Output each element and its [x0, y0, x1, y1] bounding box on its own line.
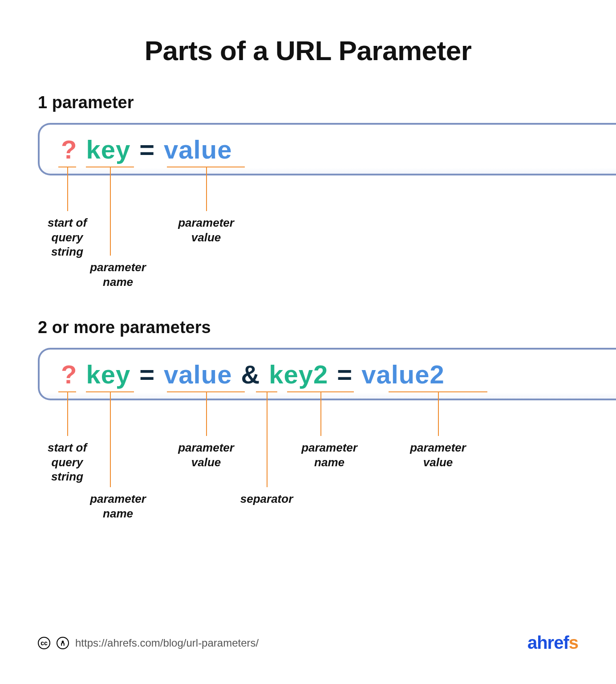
page-title: Parts of a URL Parameter	[0, 35, 616, 66]
token-value: value	[164, 359, 232, 389]
token-key2: key2	[269, 359, 328, 389]
url-bar-1: ? key = value	[38, 123, 616, 175]
callout-start-query: start ofquerystring	[48, 440, 87, 484]
callout-line	[206, 167, 207, 211]
callout-param-value: parametervalue	[178, 440, 234, 469]
callout-line	[267, 391, 267, 487]
callout-line	[67, 391, 68, 436]
token-key: key	[86, 359, 130, 389]
cc-icon: cc	[38, 637, 50, 649]
callout-param-name: parametername	[90, 492, 146, 521]
footer-url: https://ahrefs.com/blog/url-parameters/	[75, 637, 259, 649]
callout-param-value: parametervalue	[178, 216, 234, 244]
callouts-2: start ofquerystring parametername parame…	[38, 400, 616, 534]
callout-line	[110, 391, 111, 487]
callout-param-name: parametername	[90, 260, 146, 289]
token-value2: value2	[361, 359, 445, 389]
token-key: key	[86, 134, 130, 164]
callout-line	[320, 391, 321, 436]
callout-line	[110, 167, 111, 256]
footer: cc https://ahrefs.com/blog/url-parameter…	[38, 633, 578, 653]
token-equals: =	[139, 359, 155, 389]
token-ampersand: &	[241, 359, 260, 389]
ahrefs-logo: ahrefs	[527, 633, 578, 653]
section1-label: 1 parameter	[38, 93, 616, 112]
section2-label: 2 or more parameters	[38, 318, 616, 337]
callout-param-value2: parametervalue	[410, 440, 466, 469]
callout-line	[67, 167, 68, 211]
token-question: ?	[61, 359, 77, 389]
callout-line	[438, 391, 439, 436]
callouts-1: start ofquerystring parametername parame…	[38, 175, 616, 300]
token-equals2: =	[337, 359, 353, 389]
token-question: ?	[61, 134, 77, 164]
callout-line	[206, 391, 207, 436]
callout-start-query: start ofquerystring	[48, 216, 87, 259]
footer-left: cc https://ahrefs.com/blog/url-parameter…	[38, 637, 259, 649]
attribution-icon	[57, 637, 69, 649]
token-value: value	[164, 134, 232, 164]
token-equals: =	[139, 134, 155, 164]
callout-separator: separator	[240, 492, 293, 506]
callout-param-name2: parametername	[301, 440, 357, 469]
url-bar-2: ? key = value & key2 = value2	[38, 348, 616, 400]
